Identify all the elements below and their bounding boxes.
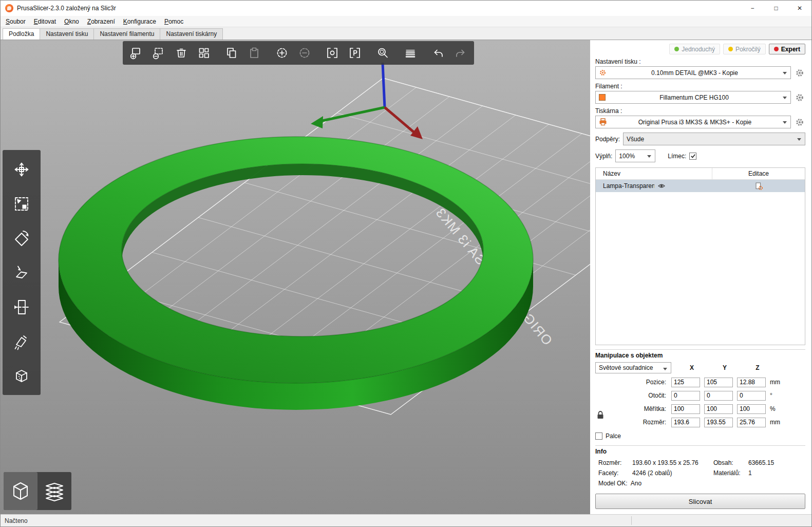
menu-soubor[interactable]: Soubor bbox=[2, 16, 30, 27]
size-x-input[interactable] bbox=[671, 418, 700, 427]
filament-value: Fillamentum CPE HG100 bbox=[608, 94, 780, 101]
print-settings-combo[interactable]: 0.10mm DETAIL @MK3 - Kopie bbox=[595, 66, 791, 79]
filament-gear-button[interactable] bbox=[794, 92, 805, 103]
menu-pomoc[interactable]: Pomoc bbox=[160, 16, 187, 27]
rotate-tool[interactable] bbox=[3, 221, 41, 255]
print-settings-label: Nastavení tisku : bbox=[595, 58, 805, 65]
paint-supports-tool[interactable] bbox=[3, 324, 41, 359]
printer-combo[interactable]: Original Prusa i3 MK3S & MK3S+ - Kopie bbox=[595, 116, 791, 128]
coordinate-system-combo[interactable]: Světové souřadnice bbox=[595, 362, 671, 373]
view-preview-button[interactable] bbox=[37, 472, 71, 510]
size-unit: mm bbox=[770, 419, 780, 426]
filament-combo[interactable]: Fillamentum CPE HG100 bbox=[595, 91, 791, 104]
info-section: Info Rozměr: 193.60 x 193.55 x 25.76 Obs… bbox=[595, 445, 805, 488]
menu-zobrazeni[interactable]: Zobrazení bbox=[83, 16, 119, 27]
menu-editovat[interactable]: Editovat bbox=[30, 16, 60, 27]
arrange-button[interactable] bbox=[193, 42, 215, 64]
chevron-down-icon bbox=[783, 121, 787, 124]
view-3d-button[interactable] bbox=[4, 472, 37, 510]
object-list-row[interactable]: Lampa-Transparentní vně.stl bbox=[596, 180, 805, 192]
supports-combo[interactable]: Všude bbox=[623, 133, 805, 145]
tab-nastaveni-tisku[interactable]: Nastavení tisku bbox=[40, 28, 94, 40]
infill-label: Výplň: bbox=[595, 153, 612, 160]
position-y-input[interactable] bbox=[704, 378, 733, 387]
split-parts-button[interactable] bbox=[344, 42, 366, 64]
filament-label: Filament : bbox=[595, 83, 805, 90]
copy-button[interactable] bbox=[220, 42, 243, 64]
tab-nastaveni-tiskarny[interactable]: Nastavení tiskárny bbox=[160, 28, 223, 40]
mode-expert-button[interactable]: Expert bbox=[769, 44, 805, 54]
tab-nastaveni-filamentu[interactable]: Nastavení filamentu bbox=[93, 28, 160, 40]
rotation-x-input[interactable] bbox=[671, 391, 700, 401]
scale-x-input[interactable] bbox=[671, 404, 700, 414]
redo-button[interactable] bbox=[449, 42, 472, 64]
delete-object-icon bbox=[152, 46, 165, 60]
tab-podlozka[interactable]: Podložka bbox=[3, 28, 40, 40]
size-z-input[interactable] bbox=[737, 418, 766, 427]
slice-button[interactable]: Slicovat bbox=[595, 494, 805, 509]
menu-konfigurace[interactable]: Konfigurace bbox=[119, 16, 160, 27]
status-text: Načteno bbox=[5, 517, 28, 524]
info-modelok-value: Ano bbox=[631, 480, 641, 487]
rotation-label: Otočit: bbox=[595, 392, 671, 399]
gear-icon bbox=[795, 118, 804, 127]
add-instance-icon bbox=[275, 46, 289, 60]
visibility-eye-icon[interactable] bbox=[657, 182, 709, 190]
brim-checkbox[interactable] bbox=[689, 153, 696, 160]
maximize-button[interactable]: □ bbox=[764, 1, 788, 16]
place-on-face-tool[interactable] bbox=[3, 255, 41, 290]
column-name-header[interactable]: Název bbox=[596, 168, 712, 179]
inches-checkbox[interactable] bbox=[595, 432, 602, 440]
rotation-y-input[interactable] bbox=[704, 391, 733, 401]
variable-layer-height-button[interactable] bbox=[399, 42, 422, 64]
cut-icon bbox=[12, 298, 31, 316]
object-edit-button[interactable] bbox=[712, 182, 805, 190]
paste-button[interactable] bbox=[243, 42, 266, 64]
gear-icon bbox=[795, 93, 804, 102]
mode-advanced-dot-icon bbox=[728, 47, 733, 51]
mode-advanced-button[interactable]: Pokročilý bbox=[723, 44, 766, 54]
add-object-button[interactable] bbox=[125, 42, 147, 64]
search-button[interactable] bbox=[371, 42, 394, 64]
search-icon bbox=[376, 46, 389, 60]
rotate-icon bbox=[12, 229, 31, 248]
scale-tool[interactable] bbox=[3, 186, 41, 221]
printer-gear-button[interactable] bbox=[794, 117, 805, 128]
close-button[interactable]: ✕ bbox=[788, 1, 811, 16]
scale-z-input[interactable] bbox=[737, 404, 766, 414]
position-z-input[interactable] bbox=[737, 378, 766, 387]
mode-simple-button[interactable]: Jednoduchý bbox=[669, 44, 720, 54]
add-instance-button[interactable] bbox=[271, 42, 293, 64]
seam-tool[interactable] bbox=[3, 359, 41, 393]
move-tool[interactable] bbox=[3, 152, 41, 186]
delete-object-button[interactable] bbox=[147, 42, 170, 64]
minimize-button[interactable]: − bbox=[741, 1, 764, 16]
info-title: Info bbox=[595, 448, 805, 455]
view-switch bbox=[4, 472, 71, 510]
scene-canvas[interactable]: ORIGINAL PRUSA i3 MK3 bbox=[1, 40, 590, 514]
undo-button[interactable] bbox=[427, 42, 449, 64]
top-toolbar bbox=[123, 41, 474, 65]
info-size-value: 193.60 x 193.55 x 25.76 bbox=[632, 459, 713, 466]
print-settings-gear-button[interactable] bbox=[794, 67, 805, 79]
column-edit-header[interactable]: Editace bbox=[712, 168, 805, 179]
cut-tool[interactable] bbox=[3, 290, 41, 324]
size-y-input[interactable] bbox=[704, 418, 733, 427]
position-label: Pozice: bbox=[595, 379, 671, 386]
scale-y-input[interactable] bbox=[704, 404, 733, 414]
infill-combo[interactable]: 100% bbox=[615, 149, 655, 162]
menu-okno[interactable]: Okno bbox=[60, 16, 83, 27]
move-icon bbox=[12, 160, 31, 179]
rotation-z-input[interactable] bbox=[737, 391, 766, 401]
split-objects-button[interactable] bbox=[321, 42, 344, 64]
remove-instance-icon bbox=[298, 46, 311, 60]
seam-icon bbox=[12, 367, 31, 385]
uniform-scale-lock-icon[interactable] bbox=[596, 410, 605, 422]
split-parts-icon bbox=[348, 46, 362, 60]
scale-icon bbox=[12, 195, 31, 213]
position-x-input[interactable] bbox=[671, 378, 700, 387]
app-icon bbox=[5, 4, 13, 12]
remove-instance-button[interactable] bbox=[293, 42, 316, 64]
delete-all-button[interactable] bbox=[170, 42, 193, 64]
checkmark-icon bbox=[690, 153, 696, 159]
